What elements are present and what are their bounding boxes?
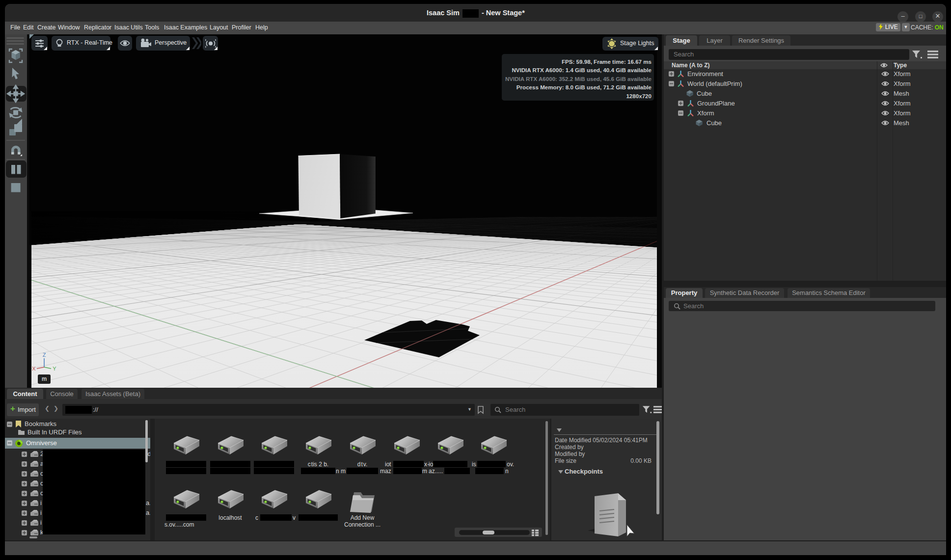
- svg-text:X: X: [32, 366, 36, 372]
- svg-text:Y: Y: [53, 366, 56, 372]
- svg-text:Z: Z: [43, 352, 46, 358]
